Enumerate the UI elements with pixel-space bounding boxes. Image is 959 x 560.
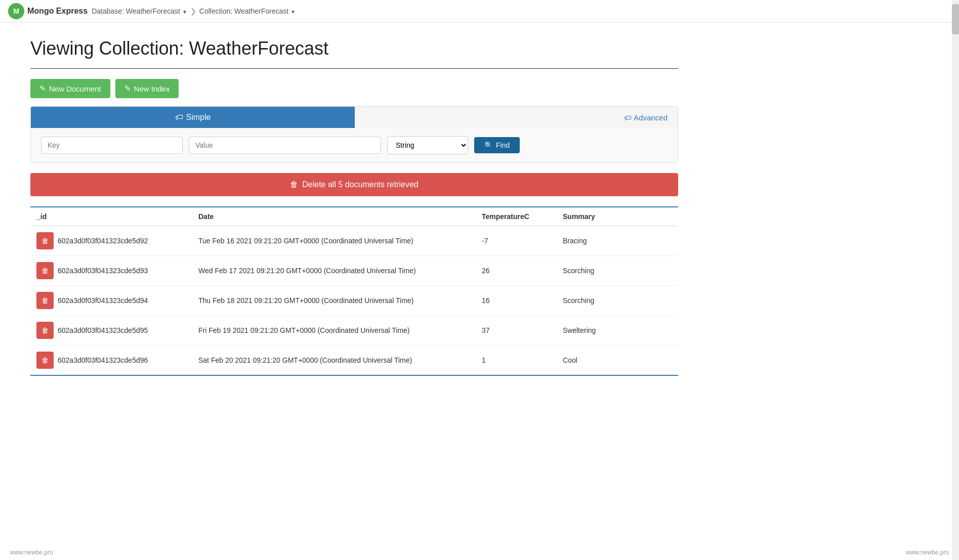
cell-temperature-3: 37 — [476, 316, 557, 346]
new-index-button[interactable]: ✎ New Index — [115, 79, 179, 98]
col-temperature: TemperatureC — [476, 207, 557, 226]
search-type-select[interactable]: String Number Boolean Object Array Null — [387, 136, 468, 154]
doc-id-2: 602a3d0f03f041323cde5d94 — [58, 296, 148, 305]
delete-row-button-4[interactable]: 🗑 — [36, 352, 54, 369]
trash-icon: 🗑 — [290, 180, 298, 189]
cell-summary-3: Sweltering — [557, 316, 678, 346]
search-value-input[interactable] — [189, 137, 381, 154]
tab-advanced[interactable]: 🏷 Advanced — [614, 107, 678, 128]
table-row: 🗑 602a3d0f03f041323cde5d93 Wed Feb 17 20… — [30, 256, 678, 286]
delete-row-button-0[interactable]: 🗑 — [36, 232, 54, 249]
cell-summary-4: Cool — [557, 346, 678, 376]
cell-temperature-2: 16 — [476, 286, 557, 316]
pencil-icon: ✎ — [39, 84, 46, 93]
collection-table: _id Date TemperatureC Summary 🗑 — [30, 206, 678, 376]
logo-icon: M — [8, 3, 24, 19]
col-summary: Summary — [557, 207, 678, 226]
new-document-button[interactable]: ✎ New Document — [30, 79, 110, 98]
search-panel: 🏷 Simple 🏷 Advanced String Number Boolea… — [30, 106, 678, 163]
doc-id-1: 602a3d0f03f041323cde5d93 — [58, 267, 148, 275]
cell-date-4: Sat Feb 20 2021 09:21:20 GMT+0000 (Coord… — [192, 346, 476, 376]
cell-temperature-4: 1 — [476, 346, 557, 376]
table-row: 🗑 602a3d0f03f041323cde5d96 Sat Feb 20 20… — [30, 346, 678, 376]
search-key-input[interactable] — [41, 137, 183, 154]
cell-date-1: Wed Feb 17 2021 09:21:20 GMT+0000 (Coord… — [192, 256, 476, 286]
cell-date-3: Fri Feb 19 2021 09:21:20 GMT+0000 (Coord… — [192, 316, 476, 346]
breadcrumb: Database: WeatherForecast ▼ ❯ Collection… — [92, 7, 296, 15]
cell-id-1: 🗑 602a3d0f03f041323cde5d93 — [30, 256, 192, 286]
cell-temperature-1: 26 — [476, 256, 557, 286]
col-id: _id — [30, 207, 192, 226]
doc-id-3: 602a3d0f03f041323cde5d95 — [58, 326, 148, 334]
trash-icon-row-2: 🗑 — [41, 296, 49, 305]
page-title: Viewing Collection: WeatherForecast — [30, 38, 678, 59]
brand-name: Mongo Express — [27, 7, 88, 16]
search-icon: 🔍 — [484, 141, 493, 149]
doc-id-4: 602a3d0f03f041323cde5d96 — [58, 356, 148, 364]
delete-row-button-1[interactable]: 🗑 — [36, 262, 54, 279]
trash-icon-row-4: 🗑 — [41, 356, 49, 364]
col-date: Date — [192, 207, 476, 226]
table-row: 🗑 602a3d0f03f041323cde5d94 Thu Feb 18 20… — [30, 286, 678, 316]
tab-simple[interactable]: 🏷 Simple — [31, 107, 355, 128]
cell-id-0: 🗑 602a3d0f03f041323cde5d92 — [30, 226, 192, 256]
find-button[interactable]: 🔍 Find — [474, 137, 520, 153]
tag-icon: 🏷 — [175, 113, 183, 122]
navbar: M Mongo Express Database: WeatherForecas… — [0, 0, 959, 23]
cell-date-0: Tue Feb 16 2021 09:21:20 GMT+0000 (Coord… — [192, 226, 476, 256]
cell-summary-2: Scorching — [557, 286, 678, 316]
database-link[interactable]: Database: WeatherForecast ▼ — [92, 7, 187, 15]
cell-id-3: 🗑 602a3d0f03f041323cde5d95 — [30, 316, 192, 346]
table-header-row: _id Date TemperatureC Summary — [30, 207, 678, 226]
scrollbar-thumb[interactable] — [952, 4, 959, 34]
action-buttons: ✎ New Document ✎ New Index — [30, 79, 678, 98]
table-row: 🗑 602a3d0f03f041323cde5d95 Fri Feb 19 20… — [30, 316, 678, 346]
cell-id-2: 🗑 602a3d0f03f041323cde5d94 — [30, 286, 192, 316]
table-row: 🗑 602a3d0f03f041323cde5d92 Tue Feb 16 20… — [30, 226, 678, 256]
cell-id-4: 🗑 602a3d0f03f041323cde5d96 — [30, 346, 192, 376]
trash-icon-row-1: 🗑 — [41, 267, 49, 275]
scrollbar[interactable] — [952, 0, 959, 396]
brand-link[interactable]: M Mongo Express — [8, 3, 88, 19]
main-content: Viewing Collection: WeatherForecast ✎ Ne… — [0, 23, 708, 396]
caret-icon: ▼ — [182, 9, 187, 15]
search-form: String Number Boolean Object Array Null … — [31, 128, 678, 162]
doc-id-0: 602a3d0f03f041323cde5d92 — [58, 237, 148, 245]
caret-icon-2: ▼ — [290, 9, 296, 15]
delete-row-button-3[interactable]: 🗑 — [36, 322, 54, 339]
trash-icon-row-3: 🗑 — [41, 326, 49, 334]
cell-summary-0: Bracing — [557, 226, 678, 256]
delete-all-button[interactable]: 🗑 Delete all 5 documents retrieved — [30, 173, 678, 196]
delete-row-button-2[interactable]: 🗑 — [36, 292, 54, 309]
collection-link[interactable]: Collection: WeatherForecast ▼ — [199, 7, 296, 15]
search-tabs: 🏷 Simple 🏷 Advanced — [31, 107, 678, 128]
tag-icon-2: 🏷 — [624, 113, 632, 122]
cell-temperature-0: -7 — [476, 226, 557, 256]
title-divider — [30, 68, 678, 69]
breadcrumb-separator: ❯ — [190, 7, 196, 15]
trash-icon-row-0: 🗑 — [41, 237, 49, 245]
cell-summary-1: Scorching — [557, 256, 678, 286]
pencil-icon-2: ✎ — [124, 84, 131, 93]
cell-date-2: Thu Feb 18 2021 09:21:20 GMT+0000 (Coord… — [192, 286, 476, 316]
